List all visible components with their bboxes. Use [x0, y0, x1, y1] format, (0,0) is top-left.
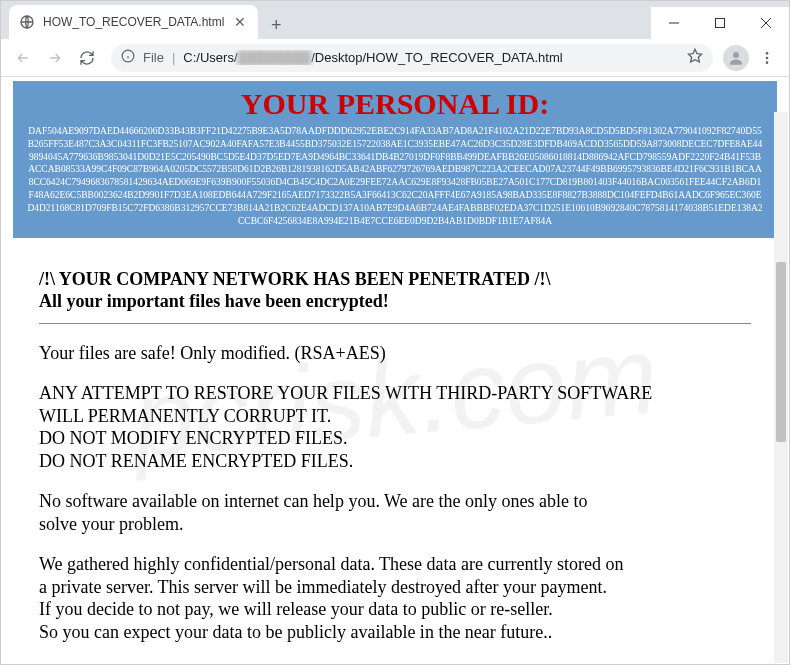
tab-title: HOW_TO_RECOVER_DATA.html — [43, 15, 224, 29]
browser-tab[interactable]: HOW_TO_RECOVER_DATA.html ✕ — [9, 5, 258, 39]
toolbar: File | C:/Users/████████/Desktop/HOW_TO_… — [1, 39, 789, 77]
scrollbar[interactable] — [774, 112, 788, 663]
svg-point-12 — [766, 61, 769, 64]
info-icon — [121, 49, 135, 66]
personal-id-value: DAF504AE9097DAED44666206D33B43B3FF21D422… — [21, 125, 769, 228]
file-icon — [19, 14, 35, 30]
personal-id-title: YOUR PERSONAL ID: — [21, 87, 769, 121]
svg-point-11 — [766, 56, 769, 59]
forward-button[interactable] — [41, 44, 69, 72]
svg-point-10 — [766, 52, 769, 55]
ransom-note-body: /!\ YOUR COMPANY NETWORK HAS BEEN PENETR… — [13, 238, 777, 665]
maximize-button[interactable] — [697, 7, 743, 39]
heading-encrypted: All your important files have been encry… — [39, 290, 751, 313]
svg-point-9 — [733, 52, 739, 58]
menu-button[interactable] — [753, 44, 781, 72]
svg-marker-8 — [688, 49, 701, 62]
tab-close-button[interactable]: ✕ — [232, 14, 248, 30]
para-data: We gathered highly confidential/personal… — [39, 553, 751, 643]
svg-rect-2 — [716, 19, 725, 28]
personal-id-box: YOUR PERSONAL ID: DAF504AE9097DAED446662… — [13, 81, 777, 238]
divider — [39, 323, 751, 324]
reload-button[interactable] — [73, 44, 101, 72]
new-tab-button[interactable]: + — [262, 11, 290, 39]
scrollbar-thumb[interactable] — [776, 262, 786, 442]
minimize-button[interactable] — [651, 7, 697, 39]
close-window-button[interactable] — [743, 7, 789, 39]
heading-penetrated: /!\ YOUR COMPANY NETWORK HAS BEEN PENETR… — [39, 268, 751, 291]
page-content: pcrisk.com YOUR PERSONAL ID: DAF504AE909… — [1, 77, 789, 664]
bookmark-icon[interactable] — [687, 48, 703, 67]
browser-window: HOW_TO_RECOVER_DATA.html ✕ + — [0, 0, 790, 665]
address-bar[interactable]: File | C:/Users/████████/Desktop/HOW_TO_… — [111, 44, 713, 72]
para-safe: Your files are safe! Only modified. (RSA… — [39, 342, 751, 365]
profile-avatar[interactable] — [723, 45, 749, 71]
url-path: C:/Users/████████/Desktop/HOW_TO_RECOVER… — [183, 50, 679, 65]
para-warning: ANY ATTEMPT TO RESTORE YOUR FILES WITH T… — [39, 382, 751, 472]
back-button[interactable] — [9, 44, 37, 72]
url-scheme: File — [143, 50, 164, 65]
tab-bar: HOW_TO_RECOVER_DATA.html ✕ + — [1, 1, 789, 39]
para-nosoftware: No software available on internet can he… — [39, 490, 751, 535]
